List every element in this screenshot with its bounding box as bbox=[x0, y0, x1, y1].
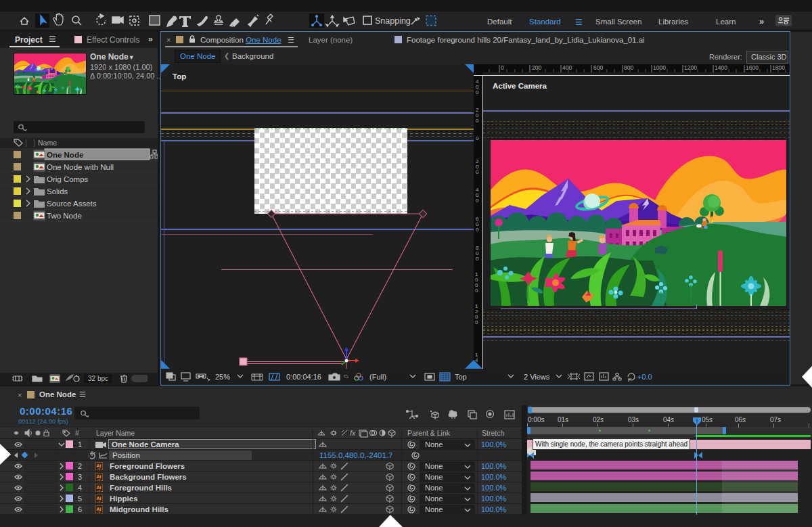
svg-text:1200: 1200 bbox=[684, 64, 697, 71]
svg-text:03s: 03s bbox=[628, 416, 639, 423]
svg-text:One Node with Null: One Node with Null bbox=[47, 163, 114, 171]
svg-text:Ai: Ai bbox=[97, 496, 102, 501]
svg-text:0: 0 bbox=[501, 64, 504, 71]
svg-text:07s: 07s bbox=[770, 416, 781, 423]
svg-text:0:00s: 0:00s bbox=[528, 416, 544, 423]
svg-text:32 bpc: 32 bpc bbox=[88, 375, 108, 382]
svg-text:Ai: Ai bbox=[97, 463, 102, 468]
svg-text:0: 0 bbox=[476, 169, 479, 175]
svg-text:800: 800 bbox=[624, 64, 633, 71]
svg-text:(Full): (Full) bbox=[369, 373, 386, 381]
svg-text:Ai: Ai bbox=[97, 485, 102, 490]
svg-text:Source Assets: Source Assets bbox=[47, 200, 97, 208]
svg-text:0: 0 bbox=[476, 135, 479, 141]
svg-text:200: 200 bbox=[532, 64, 541, 71]
svg-text:0: 0 bbox=[475, 319, 478, 325]
svg-text:1600: 1600 bbox=[746, 64, 759, 71]
svg-text:Parent & Link: Parent & Link bbox=[407, 429, 451, 437]
svg-text:1800: 1800 bbox=[772, 64, 785, 71]
svg-text:0: 0 bbox=[476, 89, 479, 95]
svg-text:#: # bbox=[75, 429, 79, 437]
svg-text:Orig Comps: Orig Comps bbox=[47, 175, 89, 183]
svg-text:02s: 02s bbox=[593, 416, 604, 423]
svg-text:2 Views: 2 Views bbox=[524, 373, 550, 381]
svg-text:fx: fx bbox=[350, 429, 356, 437]
svg-text:Snapping: Snapping bbox=[375, 16, 411, 26]
svg-text:Ai: Ai bbox=[97, 474, 102, 479]
svg-text:600: 600 bbox=[593, 64, 603, 71]
svg-text:Solids: Solids bbox=[47, 187, 68, 196]
svg-text:One Node: One Node bbox=[47, 151, 83, 159]
svg-text:04s: 04s bbox=[663, 416, 674, 423]
svg-text:01s: 01s bbox=[558, 416, 568, 423]
svg-text:0: 0 bbox=[476, 118, 479, 124]
svg-text:06s: 06s bbox=[735, 416, 746, 423]
svg-text:0:00:04:16: 0:00:04:16 bbox=[286, 373, 321, 381]
svg-text:Two Node: Two Node bbox=[47, 212, 82, 220]
svg-text:25%: 25% bbox=[215, 373, 230, 381]
svg-text:+0.0: +0.0 bbox=[637, 373, 652, 381]
svg-text:0: 0 bbox=[476, 198, 479, 204]
svg-text:05s: 05s bbox=[702, 416, 713, 423]
svg-text:Stretch: Stretch bbox=[482, 429, 504, 437]
svg-text:Ai: Ai bbox=[97, 507, 102, 511]
svg-text:0: 0 bbox=[475, 288, 478, 294]
svg-text:Top: Top bbox=[455, 373, 467, 381]
svg-text:0: 0 bbox=[476, 256, 479, 262]
svg-text:Layer Name: Layer Name bbox=[96, 429, 135, 437]
svg-text:0: 0 bbox=[476, 227, 479, 233]
svg-text:400: 400 bbox=[562, 64, 572, 71]
